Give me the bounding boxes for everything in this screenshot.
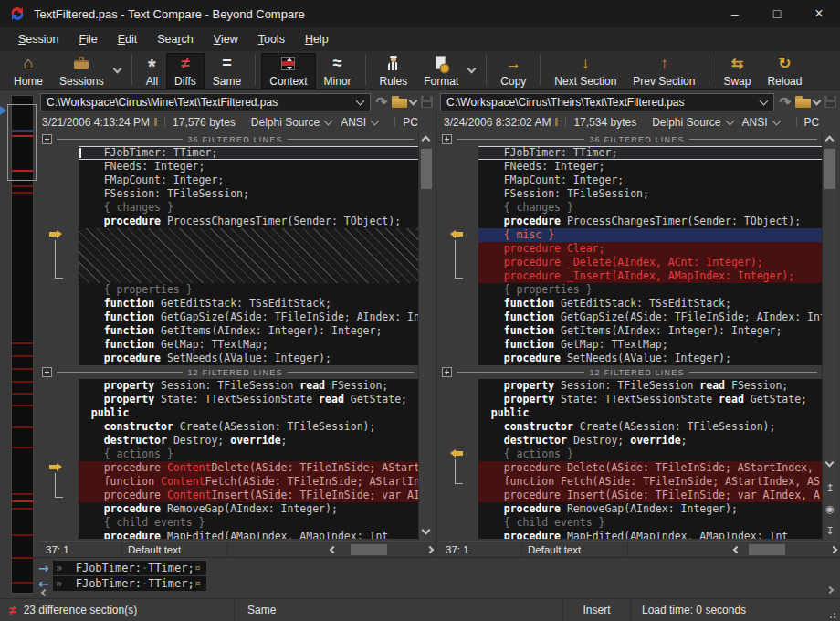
- scroll-up-icon[interactable]: [422, 136, 431, 145]
- scrollbar-thumb[interactable]: [749, 544, 785, 555]
- code-line[interactable]: FSession: TFileSession;: [478, 187, 822, 201]
- browse-folder-icon[interactable]: [392, 96, 408, 109]
- scrollbar-thumb[interactable]: [351, 544, 387, 555]
- viewport-rectangle[interactable]: [7, 104, 37, 181]
- code-line[interactable]: procedure MapEdited(AMapIndex, AMapIndex…: [478, 530, 822, 539]
- code-line[interactable]: procedure ProcessChangesTimer(Sender: TO…: [478, 215, 822, 228]
- diff-mark[interactable]: [12, 508, 33, 510]
- close-button[interactable]: ×: [798, 0, 840, 27]
- code-line[interactable]: constructor Create(ASession: TFileSessio…: [478, 420, 822, 434]
- chevron-down-icon[interactable]: [356, 97, 365, 106]
- diff-mark[interactable]: [12, 393, 33, 395]
- minimize-button[interactable]: –: [714, 0, 756, 27]
- code-line[interactable]: property State: TTextSessionState read G…: [478, 393, 822, 406]
- code-line[interactable]: constructor Create(ASession: TFileSessio…: [79, 420, 418, 434]
- toolbar-reload-button[interactable]: ↻ Reload: [759, 53, 810, 89]
- browse-folder-icon[interactable]: [795, 96, 812, 109]
- scroll-down-icon[interactable]: [422, 526, 431, 535]
- jump-first-diff-icon[interactable]: ↥: [823, 482, 837, 494]
- toolbar-diffs-button[interactable]: ≠ Diffs: [166, 53, 205, 89]
- right-file-pane[interactable]: +36 FILTERED LINES FJobTimer: TTimer; FN…: [440, 132, 822, 541]
- code-line[interactable]: { misc }: [478, 228, 822, 242]
- toolbar-context-button[interactable]: Context: [261, 53, 315, 89]
- diff-mark[interactable]: [12, 557, 33, 559]
- scroll-right-icon[interactable]: [426, 545, 434, 553]
- code-line[interactable]: { properties }: [478, 283, 822, 297]
- save-file-icon[interactable]: [824, 96, 836, 108]
- code-line[interactable]: procedure _Delete(AIndex, ACnt: Integer)…: [478, 256, 822, 269]
- code-line[interactable]: procedure RemoveGap(AIndex: Integer);: [478, 502, 822, 516]
- menu-item-help[interactable]: Help: [295, 30, 339, 48]
- menu-item-file[interactable]: File: [68, 30, 107, 48]
- expand-section-icon[interactable]: +: [42, 134, 52, 144]
- resize-grip[interactable]: [829, 610, 837, 618]
- toolbar-prev-section-button[interactable]: ↑ Prev Section: [625, 53, 703, 89]
- diff-mark[interactable]: [12, 342, 33, 344]
- save-file-icon[interactable]: [421, 96, 433, 108]
- code-line[interactable]: procedure Delete(ASide: TFileInSide; ASt…: [478, 461, 822, 475]
- diff-mark[interactable]: [12, 368, 33, 370]
- toolbar-minor-button[interactable]: ≈ Minor: [316, 53, 360, 89]
- code-line[interactable]: function GetItems(AIndex: Integer): Inte…: [79, 324, 418, 338]
- copy-section-right-arrow-icon[interactable]: [49, 230, 63, 238]
- chevron-down-icon[interactable]: [772, 117, 781, 126]
- code-line[interactable]: FNeeds: Integer;: [79, 160, 418, 174]
- code-line[interactable]: { actions }: [478, 447, 822, 461]
- right-horizontal-scrollbar[interactable]: [734, 542, 836, 557]
- code-line[interactable]: { changes }: [478, 201, 822, 215]
- line-endings[interactable]: PC: [403, 116, 418, 129]
- code-line[interactable]: { child events }: [79, 516, 418, 530]
- code-line[interactable]: function GetEditStack: TSsEditStack;: [79, 297, 418, 310]
- code-line[interactable]: function GetGapSize(ASide: TFileInSide; …: [478, 310, 822, 324]
- toolbar-next-section-button[interactable]: ↓ Next Section: [546, 53, 625, 89]
- file-format-select[interactable]: Delphi Source: [652, 116, 720, 129]
- code-line[interactable]: procedure MapEdited(AMapIndex, AMapIndex…: [79, 530, 418, 539]
- left-file-pane[interactable]: +36 FILTERED LINES FJobTimer: TTimer; FN…: [40, 132, 418, 541]
- code-line[interactable]: { actions }: [79, 447, 418, 461]
- scroll-up-icon[interactable]: [825, 136, 835, 145]
- code-line[interactable]: procedure _Insert(AIndex, AMapIndex: Int…: [478, 269, 822, 283]
- toolbar-format-button[interactable]: Format: [415, 53, 467, 89]
- chevron-down-icon[interactable]: [409, 97, 418, 106]
- code-line[interactable]: FMapCount: Integer;: [79, 174, 418, 187]
- toolbar-all-button[interactable]: * All: [138, 53, 166, 89]
- code-line[interactable]: procedure SetNeeds(AValue: Integer);: [79, 352, 418, 365]
- code-line[interactable]: procedure Clear;: [478, 242, 822, 256]
- diff-mark[interactable]: [12, 582, 33, 584]
- sessions-chevron-down-icon[interactable]: [112, 64, 121, 73]
- scroll-down-icon[interactable]: [825, 458, 835, 468]
- code-line[interactable]: function GetMap: TTextMap;: [79, 338, 418, 352]
- chevron-down-icon[interactable]: [760, 97, 769, 106]
- menu-item-view[interactable]: View: [204, 30, 248, 48]
- code-line[interactable]: procedure Insert(ASide: TFileInSide; var…: [478, 489, 822, 502]
- code-line[interactable]: procedure ProcessChangesTimer(Sender: TO…: [79, 215, 418, 228]
- right-vertical-scrollbar[interactable]: ↥ ◉ ↧: [822, 132, 836, 541]
- code-line[interactable]: procedure ContentDelete(ASide: TFileInSi…: [79, 461, 418, 475]
- chevron-down-icon[interactable]: [371, 117, 380, 126]
- diff-mark[interactable]: [12, 192, 33, 194]
- expand-section-icon[interactable]: +: [442, 134, 452, 144]
- format-chevron-down-icon[interactable]: [467, 64, 477, 73]
- toolbar-copy-button[interactable]: → Copy: [492, 53, 534, 89]
- chevron-down-icon[interactable]: [813, 97, 822, 106]
- expand-section-icon[interactable]: +: [442, 367, 452, 377]
- left-vertical-scrollbar[interactable]: [418, 132, 433, 541]
- toolbar-same-button[interactable]: = Same: [205, 53, 249, 89]
- current-diff-icon[interactable]: ◉: [823, 503, 837, 515]
- code-line[interactable]: function ContentFetch(ASide: TFileInSide…: [79, 475, 418, 489]
- file-format-select[interactable]: Delphi Source: [251, 116, 320, 129]
- diff-mark[interactable]: [12, 534, 33, 536]
- copy-section-right-arrow-icon[interactable]: [49, 463, 63, 471]
- scrollbar-thumb[interactable]: [421, 149, 432, 189]
- code-line[interactable]: procedure SetNeeds(AValue: Integer);: [478, 352, 822, 365]
- code-line[interactable]: function GetGapSize(ASide: TFileInSide; …: [79, 310, 418, 324]
- right-path-input[interactable]: C:\Workspace\Cirrus\Theirs\Text\TextFilt…: [440, 93, 774, 111]
- code-line[interactable]: procedure RemoveGap(AIndex: Integer);: [79, 502, 418, 516]
- toolbar-home-button[interactable]: ⌂ Home: [5, 53, 51, 89]
- menu-item-search[interactable]: Search: [147, 30, 204, 48]
- scroll-right-icon[interactable]: [830, 545, 837, 553]
- maximize-button[interactable]: □: [756, 0, 798, 27]
- diff-mark[interactable]: [12, 447, 33, 448]
- code-line[interactable]: function GetItems(AIndex: Integer): Inte…: [478, 324, 822, 338]
- diff-mark[interactable]: [12, 426, 33, 428]
